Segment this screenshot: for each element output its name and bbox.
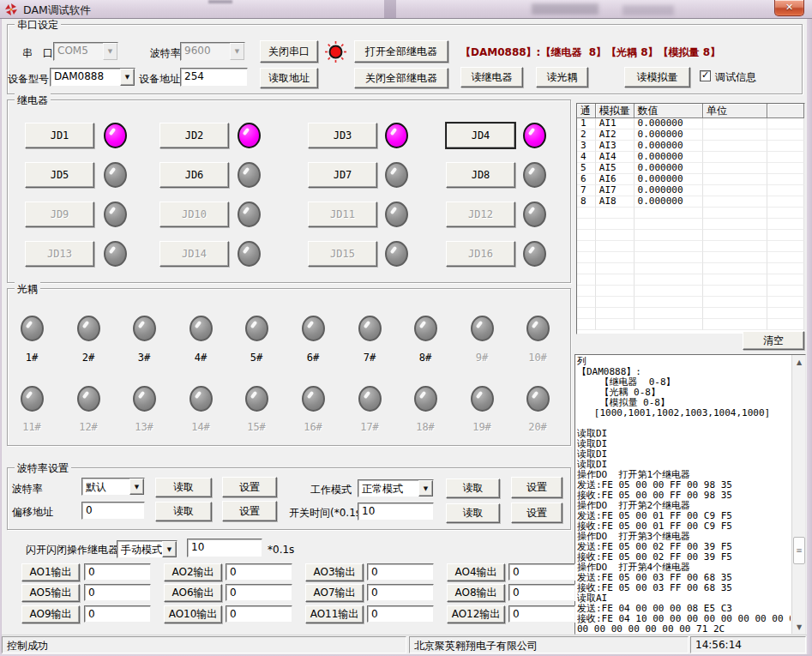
ao-output-input-2[interactable]: 0 bbox=[226, 563, 292, 581]
relay-button-jd7[interactable]: JD7 bbox=[308, 162, 377, 188]
table-cell bbox=[596, 263, 635, 274]
relay-button-jd10[interactable]: JD10 bbox=[159, 202, 229, 227]
work-mode-value: 正常模式 bbox=[358, 480, 418, 497]
offset-address-label: 偏移地址 bbox=[12, 506, 53, 518]
table-cell bbox=[577, 263, 596, 274]
relay-button-jd1[interactable]: JD1 bbox=[25, 123, 94, 148]
ao-output-input-8[interactable]: 0 bbox=[508, 584, 575, 601]
ao-output-button-7[interactable]: AO7输出 bbox=[305, 584, 364, 602]
table-row bbox=[577, 252, 804, 263]
scroll-down-icon[interactable]: ▼ bbox=[792, 620, 806, 634]
ao-output-button-9[interactable]: AO9输出 bbox=[21, 605, 80, 623]
table-cell bbox=[635, 219, 703, 230]
titlebar[interactable]: DAM调试软件 bbox=[0, 0, 812, 19]
read-address-button[interactable]: 读取地址 bbox=[260, 68, 318, 88]
relay-button-jd14[interactable]: JD14 bbox=[159, 241, 229, 267]
baud-rate-select[interactable]: 9600 ▼ bbox=[180, 42, 245, 61]
relay-button-jd12[interactable]: JD12 bbox=[446, 202, 515, 227]
analog-table-body: 1AI10.0000002AI20.0000003AI30.0000004AI4… bbox=[577, 118, 804, 330]
ao-output-button-6[interactable]: AO6输出 bbox=[164, 584, 222, 602]
baud-setting-select[interactable]: 默认 ▼ bbox=[81, 478, 145, 496]
log-scrollbar[interactable]: ▲ ≡ ▼ bbox=[791, 355, 805, 634]
ao-output-button-11[interactable]: AO11输出 bbox=[305, 605, 364, 623]
chevron-down-icon: ▼ bbox=[162, 541, 177, 557]
table-cell bbox=[767, 208, 804, 219]
table-cell bbox=[767, 230, 804, 241]
read-opto-button[interactable]: 读光耦 bbox=[536, 67, 588, 87]
close-button[interactable]: ✕ bbox=[774, 0, 804, 16]
table-cell bbox=[635, 308, 703, 319]
log-panel[interactable]: 列【DAM0888】: 【继电器 0-8】 【光耦 0-8】 【模拟量 0-8】… bbox=[574, 354, 806, 635]
ao-output-input-9[interactable]: 0 bbox=[84, 605, 151, 623]
ao-output-button-2[interactable]: AO2输出 bbox=[164, 563, 222, 581]
set-baud-button[interactable]: 设置 bbox=[222, 477, 277, 497]
ao-output-button-3[interactable]: AO3输出 bbox=[305, 563, 364, 581]
read-analog-button[interactable]: 读模拟量 bbox=[624, 67, 690, 87]
ao-output-input-11[interactable]: 0 bbox=[367, 605, 434, 623]
read-offset-button[interactable]: 读取 bbox=[155, 502, 212, 521]
table-cell: 0.000000 bbox=[635, 129, 703, 141]
relay-button-jd13[interactable]: JD13 bbox=[25, 241, 94, 267]
read-workmode-button[interactable]: 读取 bbox=[446, 478, 500, 498]
switch-time-input[interactable]: 10 bbox=[358, 503, 434, 521]
relay-button-jd16[interactable]: JD16 bbox=[446, 241, 515, 267]
table-cell: 8 bbox=[577, 196, 596, 208]
relay-button-jd5[interactable]: JD5 bbox=[25, 162, 94, 188]
set-workmode-button[interactable]: 设置 bbox=[511, 477, 562, 498]
ao-output-input-6[interactable]: 0 bbox=[226, 584, 292, 601]
close-serial-button[interactable]: 关闭串口 bbox=[260, 40, 318, 63]
table-cell bbox=[577, 297, 596, 308]
read-relays-button[interactable]: 读继电器 bbox=[460, 67, 523, 87]
table-cell bbox=[596, 208, 635, 219]
debug-info-checkbox[interactable]: ✓ bbox=[700, 70, 711, 81]
table-row: 2AI20.000000 bbox=[577, 129, 804, 141]
ao-output-button-8[interactable]: AO8输出 bbox=[447, 584, 505, 602]
table-cell: 0.000000 bbox=[635, 174, 703, 185]
clear-log-button[interactable]: 清空 bbox=[743, 331, 804, 350]
relay-button-jd4[interactable]: JD4 bbox=[446, 123, 515, 148]
com-port-select[interactable]: COM5 ▼ bbox=[53, 42, 118, 61]
read-baud-button[interactable]: 读取 bbox=[155, 478, 212, 497]
ao-output-button-12[interactable]: AO12输出 bbox=[447, 605, 505, 623]
scroll-up-icon[interactable]: ▲ bbox=[792, 355, 806, 369]
device-address-input[interactable]: 254 bbox=[180, 68, 248, 87]
ao-output-button-10[interactable]: AO10输出 bbox=[164, 605, 222, 623]
chevron-down-icon: ▼ bbox=[418, 480, 433, 497]
ao-output-input-3[interactable]: 0 bbox=[367, 563, 434, 581]
relay-button-jd9[interactable]: JD9 bbox=[25, 202, 94, 227]
table-cell bbox=[767, 286, 804, 297]
set-switchtime-button[interactable]: 设置 bbox=[511, 503, 562, 523]
flash-mode-select[interactable]: 手动模式 ▼ bbox=[117, 540, 177, 558]
relay-button-jd3[interactable]: JD3 bbox=[308, 123, 377, 148]
ao-output-input-12[interactable]: 0 bbox=[508, 605, 575, 623]
relay-button-jd15[interactable]: JD15 bbox=[308, 241, 377, 267]
open-all-relays-button[interactable]: 打开全部继电器 bbox=[354, 40, 448, 63]
table-cell bbox=[767, 308, 804, 319]
ao-output-button-1[interactable]: AO1输出 bbox=[21, 563, 80, 581]
read-switchtime-button[interactable]: 读取 bbox=[446, 503, 500, 523]
table-row: 5AI50.000000 bbox=[577, 163, 804, 174]
scrollbar-thumb[interactable]: ≡ bbox=[793, 537, 805, 564]
ao-output-button-4[interactable]: AO4输出 bbox=[447, 563, 505, 581]
ao-output-input-7[interactable]: 0 bbox=[367, 584, 434, 601]
relay-button-jd8[interactable]: JD8 bbox=[446, 162, 515, 188]
ao-output-input-1[interactable]: 0 bbox=[84, 563, 151, 581]
relay-button-jd2[interactable]: JD2 bbox=[159, 123, 229, 148]
ao-output-input-5[interactable]: 0 bbox=[84, 584, 151, 601]
table-row bbox=[577, 274, 804, 286]
analog-col-header-1: 通 bbox=[577, 104, 596, 118]
flash-time-input[interactable]: 10 bbox=[187, 539, 262, 557]
set-offset-button[interactable]: 设置 bbox=[222, 501, 277, 521]
device-model-select[interactable]: DAM0888 ▼ bbox=[50, 68, 135, 87]
work-mode-select[interactable]: 正常模式 ▼ bbox=[358, 479, 434, 497]
close-all-relays-button[interactable]: 关闭全部继电器 bbox=[354, 68, 448, 88]
table-cell: 2 bbox=[577, 129, 596, 141]
ao-output-button-5[interactable]: AO5输出 bbox=[21, 584, 80, 602]
ao-output-input-4[interactable]: 0 bbox=[508, 563, 575, 581]
status-message: 控制成功 bbox=[2, 636, 406, 653]
offset-address-input[interactable]: 0 bbox=[81, 502, 145, 520]
table-cell bbox=[703, 230, 767, 241]
relay-button-jd11[interactable]: JD11 bbox=[308, 202, 377, 227]
relay-button-jd6[interactable]: JD6 bbox=[159, 162, 229, 188]
ao-output-input-10[interactable]: 0 bbox=[226, 605, 292, 623]
